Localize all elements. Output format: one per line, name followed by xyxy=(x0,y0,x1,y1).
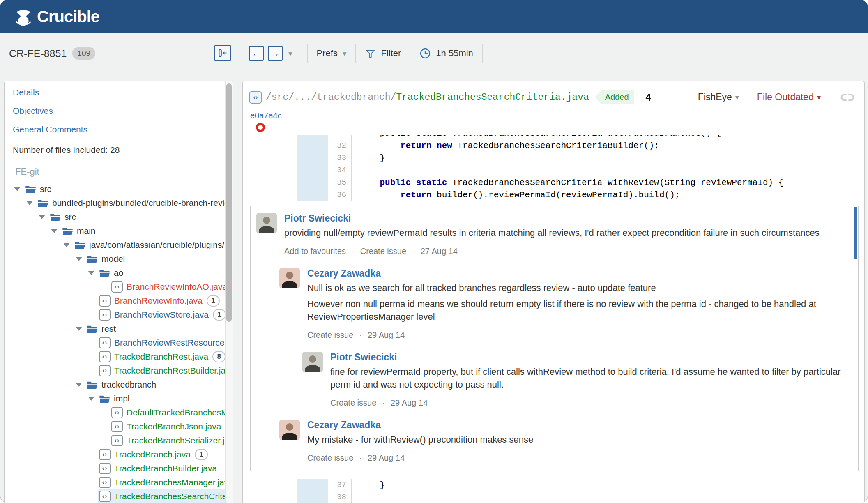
code-block-bottom: 37 }3839 public static class TrackedBran… xyxy=(243,475,864,503)
chevron-down-icon[interactable] xyxy=(76,383,82,387)
line-number[interactable]: 35 xyxy=(328,176,352,189)
tree-item-folder[interactable]: ao xyxy=(13,266,233,280)
prefs-dropdown[interactable]: Prefs ▾ xyxy=(317,48,347,59)
comment-action-link[interactable]: Create issue xyxy=(330,398,376,408)
avatar-head xyxy=(286,423,293,431)
line-number[interactable]: 38 xyxy=(328,491,352,503)
chevron-down-icon[interactable] xyxy=(76,257,82,261)
tree-item-file[interactable]: ‹›TrackedBranchesManager.java xyxy=(13,475,233,489)
folder-label: trackedbranch xyxy=(101,380,156,390)
code-gutter-band xyxy=(297,491,328,503)
tree-folder-content: bundled-plugins/bundled/crucible-branch-… xyxy=(37,196,233,210)
revision-link[interactable]: e0a7a4c xyxy=(250,111,282,120)
line-number[interactable]: 34 xyxy=(328,164,352,176)
main-toolbar: ← → ▾ Prefs ▾ Filter xyxy=(249,44,492,63)
chevron-down-icon[interactable] xyxy=(26,201,33,205)
tree-item-file[interactable]: ‹›BranchReviewInfoAO.java xyxy=(13,280,233,294)
tree-item-folder[interactable]: bundled-plugins/bundled/crucible-branch-… xyxy=(13,196,233,210)
comment-text: Null is ok as we search for all tracked … xyxy=(307,281,846,294)
comment-author-link[interactable]: Cezary Zawadka xyxy=(307,268,381,279)
tree-item-file[interactable]: ‹›TrackedBranchSerializer.java xyxy=(13,434,233,448)
tree-item-folder[interactable]: rest xyxy=(13,322,233,336)
file-code-icon: ‹› xyxy=(99,337,111,348)
repo-label: FE-git xyxy=(15,166,39,177)
chevron-down-icon[interactable] xyxy=(76,327,82,331)
folder-icon xyxy=(25,185,36,194)
folder-icon xyxy=(74,241,85,249)
sidebar-link-objectives[interactable]: Objectives xyxy=(13,106,233,116)
chevron-down-icon[interactable] xyxy=(51,229,58,233)
comment-author-link[interactable]: Piotr Swiecicki xyxy=(330,352,397,363)
comment-count-badge: 1 xyxy=(213,309,226,321)
file-outdated-dropdown[interactable]: File Outdated ▾ xyxy=(757,92,821,103)
code-gutter-band xyxy=(297,176,328,189)
comment-author-link[interactable]: Cezary Zawadka xyxy=(307,420,381,431)
file-label: TrackedBranchJson.java xyxy=(127,422,221,431)
tree-item-folder[interactable]: impl xyxy=(13,392,233,406)
tree-item-file[interactable]: ‹›TrackedBranchJson.java xyxy=(13,420,233,434)
line-number[interactable]: 36 xyxy=(328,189,352,201)
sidebar-scrollbar-thumb[interactable] xyxy=(226,83,232,322)
collapse-sidebar-button[interactable] xyxy=(214,45,231,61)
comment-action-link[interactable]: Create issue xyxy=(307,330,353,340)
tree-item-file[interactable]: ‹›DefaultTrackedBranchesManager.java xyxy=(13,406,233,420)
line-number[interactable]: 32 xyxy=(328,139,352,152)
comment-text: However non null perma id means we shoul… xyxy=(307,298,846,323)
tree-item-folder[interactable]: model xyxy=(13,252,233,266)
avatar-head xyxy=(309,355,316,363)
tree-item-file[interactable]: ‹›BranchReviewRestResource.java xyxy=(13,336,233,350)
tree-item-file[interactable]: ‹›TrackedBranchesSearchCriteria.java xyxy=(13,489,233,503)
tree-item-file[interactable]: ‹›BranchReviewInfo.java1 xyxy=(13,294,233,308)
tree-file-content: ‹›TrackedBranchBuilder.java xyxy=(98,461,233,475)
line-number[interactable]: 37 xyxy=(328,479,352,491)
next-diff-button[interactable]: → xyxy=(268,46,283,61)
chevron-down-icon[interactable] xyxy=(88,397,94,401)
line-number[interactable] xyxy=(328,135,352,139)
sidebar-link-general-comments[interactable]: General Comments xyxy=(13,125,233,134)
avatar-torso xyxy=(282,433,297,440)
folder-label: ao xyxy=(114,268,123,278)
sidebar-scrollbar[interactable] xyxy=(225,81,233,503)
tree-item-file[interactable]: ‹›BranchReviewStore.java1 xyxy=(13,308,233,322)
tree-item-folder[interactable]: trackedbranch xyxy=(13,378,233,392)
tree-item-folder[interactable]: java/com/atlassian/crucible/plugins/br xyxy=(13,238,233,252)
code-line: 33 } xyxy=(243,152,864,164)
chevron-down-icon[interactable] xyxy=(14,187,21,191)
fisheye-dropdown[interactable]: FishEye ▾ xyxy=(698,92,739,103)
filter-button[interactable]: Filter xyxy=(365,48,401,59)
tree-item-file[interactable]: ‹›TrackedBranch.java1 xyxy=(13,448,233,461)
folder-icon xyxy=(62,227,73,235)
comment-action-link[interactable]: Create issue xyxy=(360,247,406,256)
comment-author-link[interactable]: Piotr Swiecicki xyxy=(284,213,351,224)
code-line: 36 return builder().reviewPermaId(review… xyxy=(243,189,864,201)
tree-file-content: ‹›BranchReviewRestResource.java xyxy=(98,336,233,350)
tree-item-file[interactable]: ‹›TrackedBranchRestBuilder.java xyxy=(13,364,233,378)
chevron-down-icon[interactable] xyxy=(88,271,94,275)
file-code-icon: ‹› xyxy=(99,477,111,488)
comment-scrollbar-thumb[interactable] xyxy=(854,207,857,259)
tree-item-file[interactable]: ‹›TrackedBranchBuilder.java xyxy=(13,461,233,475)
comment-action-link[interactable]: Add to favourites xyxy=(284,247,346,256)
comment-count-badge: 1 xyxy=(207,295,220,307)
file-label: TrackedBranchRestBuilder.java xyxy=(114,366,233,376)
tree-item-folder[interactable]: main xyxy=(13,224,233,238)
avatar xyxy=(256,213,277,233)
chevron-down-icon[interactable] xyxy=(63,243,70,247)
file-code-icon: ‹› xyxy=(99,491,111,502)
tree-item-file[interactable]: ‹›TrackedBranchRest.java8 xyxy=(13,350,233,364)
code-gutter-band xyxy=(297,139,328,152)
nav-dropdown-caret-icon[interactable]: ▾ xyxy=(288,49,292,58)
comment-action-link[interactable]: Create issue xyxy=(307,453,353,463)
tree-item-folder[interactable]: src xyxy=(13,182,233,196)
prefs-label: Prefs xyxy=(317,48,338,59)
comment: Cezary ZawadkaNull is ok as we search fo… xyxy=(251,261,858,345)
unlink-icon[interactable] xyxy=(839,92,856,102)
chevron-down-icon[interactable] xyxy=(39,215,45,219)
time-spent-button[interactable]: 1h 55min xyxy=(419,48,473,59)
line-number[interactable]: 33 xyxy=(328,152,352,164)
tree-item-folder[interactable]: src xyxy=(13,210,233,224)
prev-diff-button[interactable]: ← xyxy=(249,46,264,61)
sidebar-link-details[interactable]: Details xyxy=(13,88,233,97)
file-code-icon: ‹› xyxy=(249,91,262,104)
crucible-logo-icon xyxy=(14,7,33,26)
